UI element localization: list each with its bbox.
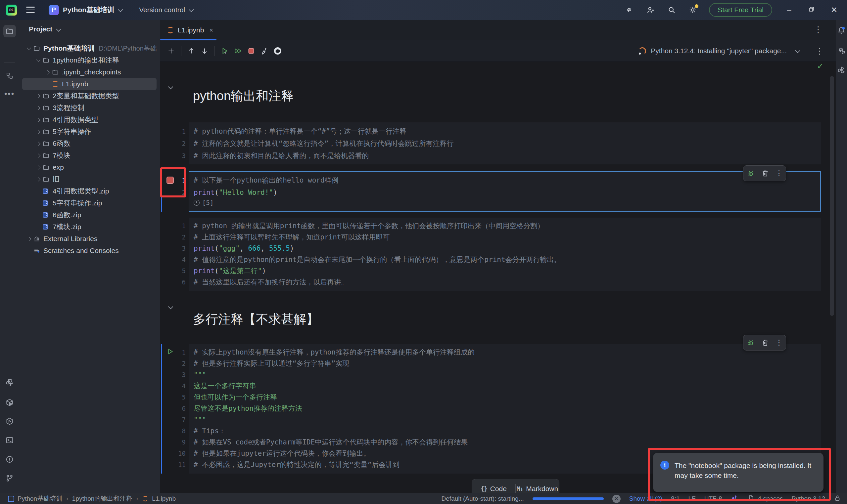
tab-l1-ipynb[interactable]: L1.ipynb × xyxy=(167,20,213,40)
pycharm-logo-icon[interactable]: PC xyxy=(6,5,17,16)
project-name[interactable]: Python基础培训 xyxy=(63,5,114,15)
restore-button[interactable] xyxy=(806,5,817,15)
tree-item[interactable]: 3流程控制 xyxy=(22,102,157,114)
notifications-bell-icon[interactable] xyxy=(837,26,847,36)
tree-item[interactable]: Scratches and Consoles xyxy=(22,245,157,257)
code-line[interactable]: 2# 但是多行注释实际上可以通过“多行字符串”实现 xyxy=(164,358,821,369)
plugin-pinwheel-icon[interactable] xyxy=(731,494,739,504)
add-user-icon[interactable] xyxy=(645,5,655,15)
tree-item[interactable]: 6函数 xyxy=(22,138,157,149)
code-line[interactable]: 9# 如果在VS code或者Pycharm等IDE中运行这个代码块中的内容，你… xyxy=(164,436,821,448)
code-line[interactable]: 1# 以下是一个python输出的hello word样例 xyxy=(164,174,821,186)
code-cell-hello-world[interactable]: 1# 以下是一个python输出的hello word样例2print("Hel… xyxy=(164,171,821,212)
notebook-options-kebab-icon[interactable]: ⋮ xyxy=(815,46,824,56)
markdown-heading-2[interactable]: 多行注释【不求甚解】 xyxy=(193,311,319,328)
clear-outputs-broom-icon[interactable] xyxy=(258,44,271,57)
collapse-section-icon[interactable] xyxy=(168,85,173,90)
editor-scrollbar[interactable] xyxy=(830,76,834,316)
start-free-trial-button[interactable]: Start Free Trial xyxy=(709,3,772,17)
search-icon[interactable] xyxy=(667,5,676,15)
structure-toolwindow-button[interactable] xyxy=(3,69,16,82)
code-line[interactable]: 3""" xyxy=(164,369,821,380)
notification-balloon[interactable]: i The "notebook" package is being instal… xyxy=(653,453,824,492)
services-button[interactable] xyxy=(3,415,16,428)
python-console-button[interactable] xyxy=(3,376,16,389)
tree-item[interactable]: 6函数.zip xyxy=(22,209,157,221)
code-line[interactable]: 1# 实际上python没有原生多行注释，python推荐的多行注释还是使用多个… xyxy=(164,346,821,358)
cell-options-kebab-icon[interactable]: ⋮ xyxy=(776,169,783,178)
tree-item[interactable]: .ipynb_checkpoints xyxy=(22,66,157,78)
delete-cell-trash-icon[interactable] xyxy=(761,169,769,177)
move-cell-up-button[interactable] xyxy=(185,44,198,57)
tree-item[interactable]: L1.ipynb xyxy=(22,78,157,90)
cancel-progress-icon[interactable]: ✕ xyxy=(612,495,621,503)
cell-options-kebab-icon[interactable]: ⋮ xyxy=(776,338,783,347)
code-line[interactable]: 2# 注释的含义就是让计算机“忽略这行指令”，计算机在执行代码时会跳过所有注释行 xyxy=(164,137,821,149)
inspections-ok-check-icon[interactable]: ✓ xyxy=(817,61,824,71)
tree-item[interactable]: 1python的输出和注释 xyxy=(22,54,157,66)
tree-item[interactable]: 4引用数据类型 xyxy=(22,114,157,126)
more-toolwindows-button[interactable]: ••• xyxy=(0,89,19,98)
tree-item[interactable]: 4引用数据类型.zip xyxy=(22,185,157,197)
settings-gear-icon[interactable] xyxy=(688,5,698,15)
code-line[interactable]: 6# 当然这里以后还有不加换行的方法，以后再讲。 xyxy=(164,276,821,288)
run-cell-button[interactable] xyxy=(218,44,231,57)
breadcrumb-project[interactable]: Python基础培训 xyxy=(18,494,62,503)
project-badge[interactable]: P xyxy=(49,5,59,15)
code-line[interactable]: 4# 值得注意的是python的print是自动会在末尾加一个换行的（看上面的代… xyxy=(164,254,821,265)
project-toolwindow-button[interactable] xyxy=(3,25,16,37)
terminal-button[interactable] xyxy=(3,434,16,447)
encoding[interactable]: UTF-8 xyxy=(704,495,722,502)
breadcrumb-file[interactable]: L1.ipynb xyxy=(152,495,176,502)
code-cell-comments[interactable]: 1# python代码的注释：单行注释是一个“#”号；这一行就是一行注释2# 注… xyxy=(164,122,821,164)
code-line[interactable]: 3print("ggg", 666, 555.5) xyxy=(164,243,821,254)
kernel-status-text[interactable]: Python 3.12.4: Installing "jupyter" pack… xyxy=(651,47,787,55)
tab-options-kebab-icon[interactable]: ⋮ xyxy=(814,24,823,35)
show-all-processes-link[interactable]: Show all (2) xyxy=(629,495,662,502)
code-line[interactable]: 3# 因此注释的初衷和目的是给人看的，而不是给机器看的 xyxy=(164,149,821,162)
code-line[interactable]: 5但也可以作为一个多行注释 xyxy=(164,392,821,403)
tree-item[interactable]: 旧 xyxy=(22,173,157,185)
tree-item[interactable]: External Libraries xyxy=(22,233,157,245)
tab-close-icon[interactable]: × xyxy=(209,26,213,34)
problems-button[interactable] xyxy=(3,453,16,466)
ai-assistant-icon[interactable] xyxy=(624,5,634,15)
tree-item[interactable]: 7模块.zip xyxy=(22,221,157,233)
run-all-cells-button[interactable] xyxy=(231,44,245,57)
github-icon[interactable] xyxy=(271,44,284,57)
tree-item[interactable]: exp xyxy=(22,161,157,173)
ai-assistant-chat-icon[interactable] xyxy=(837,46,847,56)
version-control-button[interactable] xyxy=(3,472,16,485)
project-panel-header[interactable]: Project xyxy=(29,25,60,33)
debug-cell-bug-icon[interactable] xyxy=(747,169,755,178)
code-line[interactable]: 8# Tips： xyxy=(164,425,821,436)
tree-item[interactable]: 2变量和基础数据类型 xyxy=(22,90,157,102)
add-cell-button[interactable] xyxy=(165,44,178,57)
close-button[interactable]: ✕ xyxy=(828,5,840,15)
collapse-section-icon[interactable] xyxy=(168,305,173,309)
code-line[interactable]: 4这是一个多行字符串 xyxy=(164,380,821,392)
version-control-menu[interactable]: Version control xyxy=(139,6,185,14)
code-line[interactable]: 1# python代码的注释：单行注释是一个“#”号；这一行就是一行注释 xyxy=(164,125,821,137)
code-cell-print-args[interactable]: 1# python 的输出就是调用print函数，里面可以传递若干个参数，他们会… xyxy=(164,218,821,291)
debug-cell-bug-icon[interactable] xyxy=(747,339,755,347)
move-cell-down-button[interactable] xyxy=(198,44,211,57)
code-line[interactable]: 1# python 的输出就是调用print函数，里面可以传递若干个参数，他们会… xyxy=(164,220,821,232)
tree-item[interactable]: 5字符串操作.zip xyxy=(22,197,157,209)
delete-cell-trash-icon[interactable] xyxy=(761,339,769,346)
python-packages-button[interactable] xyxy=(3,396,16,409)
code-line[interactable]: 2# 上面这行注释可以暂时先不理解，知道print可以这样用即可 xyxy=(164,232,821,243)
markdown-heading-1[interactable]: python输出和注释 xyxy=(193,88,294,105)
tree-item[interactable]: 7模块 xyxy=(22,149,157,161)
unlock-icon[interactable] xyxy=(834,494,841,503)
main-menu-icon[interactable] xyxy=(26,6,35,13)
indent-setting[interactable]: 4 spaces xyxy=(758,495,783,502)
breadcrumb-folder[interactable]: 1python的输出和注释 xyxy=(72,494,133,503)
line-ending[interactable]: LF xyxy=(689,495,696,502)
interrupt-kernel-button[interactable] xyxy=(245,44,258,57)
code-line[interactable]: 5print("这是第二行") xyxy=(164,265,821,276)
plugin-pinwheel-icon[interactable] xyxy=(837,66,847,75)
code-line[interactable]: 6尽管这不是python推荐的注释方法 xyxy=(164,403,821,414)
code-line[interactable]: 7""" xyxy=(164,414,821,425)
code-line[interactable]: 2print("Hello Word!") xyxy=(164,186,821,198)
